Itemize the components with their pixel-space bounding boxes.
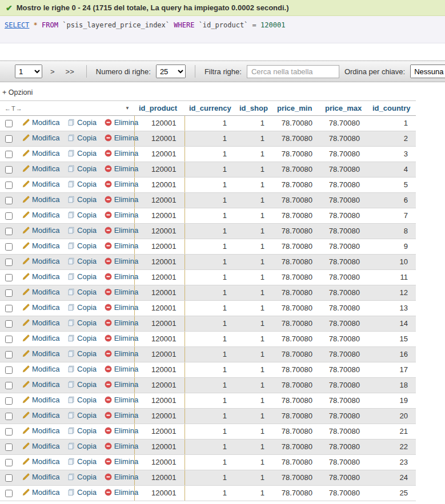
delete-row-link[interactable]: Elimina — [105, 134, 139, 143]
column-header-id_shop[interactable]: id_shop — [235, 101, 272, 116]
row-select-checkbox[interactable] — [5, 336, 13, 343]
edit-row-link[interactable]: Modifica — [22, 149, 59, 158]
delete-row-link[interactable]: Elimina — [105, 442, 139, 451]
edit-row-link[interactable]: Modifica — [22, 457, 59, 466]
page-select[interactable]: 1 — [15, 64, 42, 78]
row-select-checkbox[interactable] — [5, 459, 13, 466]
delete-row-link[interactable]: Elimina — [105, 411, 139, 420]
delete-row-link[interactable]: Elimina — [105, 149, 139, 158]
row-select-checkbox[interactable] — [5, 413, 13, 420]
delete-row-link[interactable]: Elimina — [105, 349, 139, 358]
row-select-checkbox[interactable] — [5, 443, 13, 451]
row-select-checkbox[interactable] — [5, 289, 13, 297]
delete-row-link[interactable]: Elimina — [105, 257, 139, 266]
delete-row-link[interactable]: Elimina — [105, 118, 139, 127]
row-select-checkbox[interactable] — [5, 490, 13, 497]
row-select-checkbox[interactable] — [5, 182, 13, 189]
delete-row-link[interactable]: Elimina — [105, 318, 139, 328]
copy-row-link[interactable]: Copia — [67, 164, 97, 174]
edit-row-link[interactable]: Modifica — [22, 164, 59, 174]
edit-row-link[interactable]: Modifica — [22, 241, 59, 251]
copy-row-link[interactable]: Copia — [67, 318, 97, 328]
delete-row-link[interactable]: Elimina — [105, 272, 139, 281]
delete-row-link[interactable]: Elimina — [105, 211, 139, 220]
copy-row-link[interactable]: Copia — [67, 118, 97, 127]
row-select-checkbox[interactable] — [5, 320, 13, 328]
edit-row-link[interactable]: Modifica — [22, 396, 59, 405]
edit-row-link[interactable]: Modifica — [22, 349, 59, 358]
delete-row-link[interactable]: Elimina — [105, 457, 139, 466]
copy-row-link[interactable]: Copia — [67, 396, 97, 405]
delete-row-link[interactable]: Elimina — [105, 164, 139, 174]
next-page-button[interactable]: > — [47, 66, 58, 77]
row-select-checkbox[interactable] — [5, 243, 13, 251]
row-select-checkbox[interactable] — [5, 228, 13, 235]
row-select-checkbox[interactable] — [5, 397, 13, 405]
copy-row-link[interactable]: Copia — [67, 380, 97, 389]
edit-row-link[interactable]: Modifica — [22, 195, 59, 204]
row-select-checkbox[interactable] — [5, 135, 13, 143]
copy-row-link[interactable]: Copia — [67, 457, 97, 466]
delete-row-link[interactable]: Elimina — [105, 473, 139, 482]
filter-input[interactable] — [247, 65, 339, 78]
edit-row-link[interactable]: Modifica — [22, 488, 59, 497]
row-select-checkbox[interactable] — [5, 382, 13, 389]
delete-row-link[interactable]: Elimina — [105, 288, 139, 297]
row-select-checkbox[interactable] — [5, 428, 13, 436]
edit-row-link[interactable]: Modifica — [22, 365, 59, 374]
sql-select-link[interactable]: SELECT — [5, 21, 29, 29]
column-header-price_min[interactable]: price_min — [272, 101, 320, 116]
row-select-checkbox[interactable] — [5, 212, 13, 220]
caret-down-icon[interactable]: ▼ — [125, 106, 130, 111]
copy-row-link[interactable]: Copia — [67, 288, 97, 297]
row-select-checkbox[interactable] — [5, 197, 13, 204]
column-header-id_country[interactable]: id_country — [368, 101, 416, 116]
delete-row-link[interactable]: Elimina — [105, 396, 139, 405]
edit-row-link[interactable]: Modifica — [22, 442, 59, 451]
edit-row-link[interactable]: Modifica — [22, 134, 59, 143]
copy-row-link[interactable]: Copia — [67, 257, 97, 266]
edit-row-link[interactable]: Modifica — [22, 411, 59, 420]
edit-row-link[interactable]: Modifica — [22, 211, 59, 220]
edit-row-link[interactable]: Modifica — [22, 334, 59, 343]
copy-row-link[interactable]: Copia — [67, 365, 97, 374]
delete-row-link[interactable]: Elimina — [105, 488, 139, 497]
copy-row-link[interactable]: Copia — [67, 149, 97, 158]
copy-row-link[interactable]: Copia — [67, 334, 97, 343]
delete-row-link[interactable]: Elimina — [105, 380, 139, 389]
copy-row-link[interactable]: Copia — [67, 442, 97, 451]
copy-row-link[interactable]: Copia — [67, 411, 97, 420]
edit-row-link[interactable]: Modifica — [22, 118, 59, 127]
rows-per-page-select[interactable]: 25 — [156, 64, 186, 78]
copy-row-link[interactable]: Copia — [67, 241, 97, 251]
copy-row-link[interactable]: Copia — [67, 488, 97, 497]
edit-row-link[interactable]: Modifica — [22, 380, 59, 389]
edit-row-link[interactable]: Modifica — [22, 473, 59, 482]
column-header-id_currency[interactable]: id_currency — [185, 101, 235, 116]
copy-row-link[interactable]: Copia — [67, 195, 97, 204]
copy-row-link[interactable]: Copia — [67, 426, 97, 436]
copy-row-link[interactable]: Copia — [67, 303, 97, 312]
row-select-checkbox[interactable] — [5, 120, 13, 127]
delete-row-link[interactable]: Elimina — [105, 334, 139, 343]
copy-row-link[interactable]: Copia — [67, 134, 97, 143]
row-select-checkbox[interactable] — [5, 274, 13, 281]
edit-row-link[interactable]: Modifica — [22, 272, 59, 281]
row-select-checkbox[interactable] — [5, 351, 13, 358]
column-header-id_product[interactable]: id_product — [134, 101, 185, 116]
copy-row-link[interactable]: Copia — [67, 272, 97, 281]
delete-row-link[interactable]: Elimina — [105, 180, 139, 189]
edit-row-link[interactable]: Modifica — [22, 303, 59, 312]
last-page-button[interactable]: >> — [63, 66, 77, 77]
row-select-checkbox[interactable] — [5, 259, 13, 266]
edit-row-link[interactable]: Modifica — [22, 318, 59, 328]
copy-row-link[interactable]: Copia — [67, 180, 97, 189]
edit-row-link[interactable]: Modifica — [22, 288, 59, 297]
delete-row-link[interactable]: Elimina — [105, 195, 139, 204]
row-select-checkbox[interactable] — [5, 474, 13, 482]
delete-row-link[interactable]: Elimina — [105, 365, 139, 374]
delete-row-link[interactable]: Elimina — [105, 241, 139, 251]
edit-row-link[interactable]: Modifica — [22, 180, 59, 189]
copy-row-link[interactable]: Copia — [67, 211, 97, 220]
sort-by-key-select[interactable]: Nessuna — [410, 64, 445, 78]
